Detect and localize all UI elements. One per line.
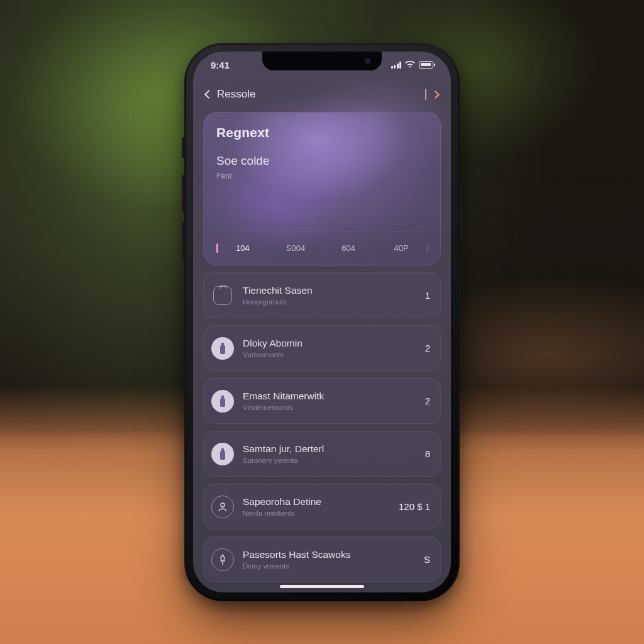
list-item[interactable]: Sapeoroha Detine Nerda nredtents 120 $ 1 [203, 484, 441, 530]
list-item-value: 120 $ 1 [399, 501, 430, 512]
mute-switch[interactable] [182, 137, 184, 158]
segmented-control: 104 S004 604 40P [216, 231, 428, 265]
list-item[interactable]: Pasesorts Hast Scawoks Dinny vrerents S [203, 536, 441, 582]
list-item-title: Pasesorts Hast Scawoks [243, 549, 415, 560]
back-label: Ressole [217, 88, 255, 101]
notch [262, 52, 382, 70]
segment-2[interactable]: 604 [322, 237, 375, 259]
list-item[interactable]: Emast Nitamerwitk Vindernensonts 2 [203, 378, 441, 424]
list-item[interactable]: Tienechit Sasen Henergornuts 1 [203, 272, 441, 318]
list-item[interactable]: Samtan jur, Derterl Suronery yerents 8 [203, 431, 441, 477]
forward-button[interactable] [425, 89, 438, 100]
bottle-icon [211, 337, 234, 360]
cellular-signal-icon [391, 62, 402, 69]
list-item-sub: Dinny vrerents [243, 562, 415, 570]
list-item-sub: Henergornuts [243, 298, 416, 306]
list-item-sub: Suronery yerents [243, 457, 416, 464]
volume-up-button[interactable] [182, 175, 184, 213]
scan-icon [211, 284, 234, 307]
divider-icon [425, 89, 426, 100]
hero-subtext: Fent [216, 172, 428, 180]
segment-3[interactable]: 40P [375, 237, 428, 259]
list-item-value: 8 [425, 448, 430, 459]
list-item-title: Emast Nitamerwitk [243, 391, 416, 402]
person-icon [211, 496, 234, 518]
list-item-title: Sapeoroha Detine [243, 496, 390, 508]
list-item-title: Dloky Abomin [243, 338, 416, 349]
segment-1[interactable]: S004 [269, 237, 322, 259]
hero-title: Regnext [216, 125, 428, 140]
list-item-sub: Vindernensonts [243, 404, 416, 411]
power-button[interactable] [460, 184, 462, 241]
pin-icon [211, 548, 234, 571]
front-camera-icon [365, 58, 370, 64]
phone-frame: 9:41 Ressole Regnext Soe colde Fent [184, 43, 460, 601]
chevron-left-icon [204, 90, 213, 99]
hero-card: Regnext Soe colde Fent 104 S004 604 40P [203, 112, 441, 265]
svg-point-0 [221, 503, 225, 507]
list-item-title: Samtan jur, Derterl [243, 443, 416, 455]
list-item-value: 1 [425, 290, 430, 301]
list-item-title: Tienechit Sasen [243, 285, 416, 296]
list-item-value: S [424, 554, 430, 565]
nav-bar: Ressole [193, 82, 451, 107]
bottle-icon [211, 390, 234, 413]
segment-0[interactable]: 104 [216, 237, 269, 259]
status-time: 9:41 [211, 60, 230, 70]
home-indicator[interactable] [280, 585, 364, 588]
back-button[interactable]: Ressole [206, 88, 255, 101]
hero-subtitle: Soe colde [216, 154, 428, 168]
list-item-sub: Nerda nredtents [243, 509, 390, 517]
volume-down-button[interactable] [182, 222, 184, 260]
list-item-value: 2 [425, 343, 430, 353]
list-item-value: 2 [425, 396, 430, 406]
chevron-right-icon [431, 91, 440, 99]
list-item[interactable]: Dloky Abomin Vurtenmonts 2 [203, 325, 441, 371]
battery-icon [419, 61, 433, 69]
list-item-sub: Vurtenmonts [243, 351, 416, 358]
screen: 9:41 Ressole Regnext Soe colde Fent [193, 52, 451, 592]
bottle-icon [211, 443, 234, 465]
wifi-icon [405, 61, 415, 69]
